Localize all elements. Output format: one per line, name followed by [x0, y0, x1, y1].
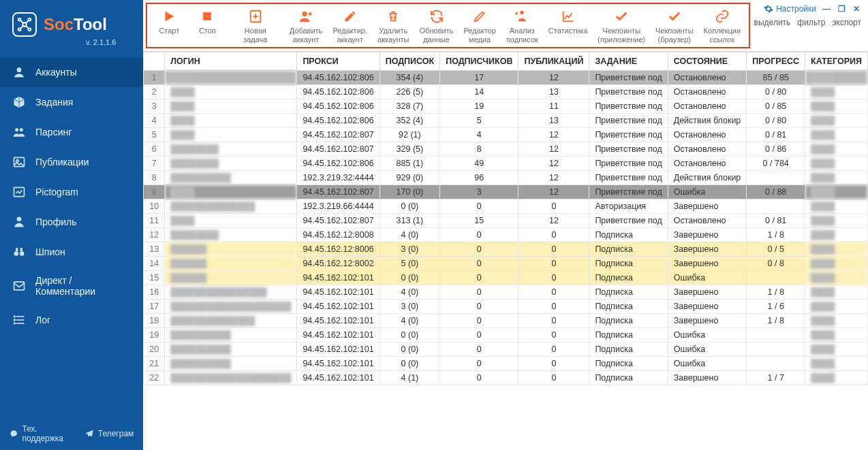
table-row[interactable]: 3████94.45.162.102:806328 (7)1911Приветс…: [144, 99, 868, 114]
close-button[interactable]: ✕: [852, 4, 861, 14]
col-rownum[interactable]: [144, 52, 165, 71]
support-link[interactable]: Тех. поддержка: [10, 424, 75, 443]
sidebar-item-0[interactable]: Аккаунты: [0, 57, 143, 87]
toolbar-label: Новая задача: [232, 27, 279, 44]
cell-pub: 0: [518, 285, 589, 300]
toolbar-edit-button[interactable]: Редактир. аккаунт: [328, 7, 373, 46]
cell-task: Подписка: [589, 371, 668, 385]
grid[interactable]: ЛОГИНПРОКСИПОДПИСОКПОДПИСЧИКОВПУБЛИКАЦИЙ…: [143, 52, 868, 450]
select-link[interactable]: выделить: [754, 18, 791, 27]
sidebar-item-6[interactable]: Шпион: [0, 237, 143, 267]
toolbar-analyze-button[interactable]: Анализ подписок: [501, 7, 543, 46]
toolbar-label: Удалить аккаунты: [377, 27, 409, 44]
sidebar-item-7[interactable]: Директ / Комментарии: [0, 267, 143, 305]
sidebar-item-2[interactable]: Парсинг: [0, 117, 143, 147]
cell-category: ████: [805, 114, 868, 128]
table-row[interactable]: 15██████94.45.162.102:1010 (0)00Подписка…: [144, 271, 868, 285]
cell-progress: [747, 342, 805, 357]
table-row[interactable]: 4████94.45.162.102:806352 (4)513Приветст…: [144, 114, 868, 128]
table-row[interactable]: 22████████████████████94.45.162.102:1014…: [144, 371, 868, 385]
cell-rownum: 17: [144, 300, 165, 314]
col-header-6[interactable]: СОСТОЯНИЕ: [668, 52, 747, 71]
cell-pub: 0: [518, 242, 589, 257]
table-row[interactable]: 11████94.45.162.102:807313 (1)1512Привет…: [144, 214, 868, 228]
toolbar-check-button[interactable]: Чекпоинты (приложение): [593, 7, 651, 46]
telegram-link[interactable]: Телеграм: [84, 424, 134, 443]
col-header-1[interactable]: ПРОКСИ: [297, 52, 379, 71]
cell-task: Приветствие под: [589, 128, 668, 142]
toolbar: СтартСтопНовая задачаДобавить аккаунтРед…: [146, 3, 749, 48]
settings-link[interactable]: Настройки: [764, 4, 816, 14]
cell-state: Завершено: [668, 199, 747, 214]
table-row[interactable]: 14██████94.45.162.12:80025 (0)00Подписка…: [144, 257, 868, 271]
col-header-0[interactable]: ЛОГИН: [165, 52, 297, 71]
app-title: SocTool: [44, 15, 107, 34]
toolbar-link-button[interactable]: Коллекции ссылок: [698, 7, 746, 46]
table-row[interactable]: 2████94.45.162.102:806226 (5)1413Приветс…: [144, 85, 868, 99]
toolbar-stats-button[interactable]: Статистика: [543, 7, 593, 46]
table-row[interactable]: 7████████94.45.162.102:806885 (1)4912При…: [144, 157, 868, 171]
sidebar-item-label: Задания: [35, 97, 73, 108]
toolbar-check-button[interactable]: Чекпоинты (браузер): [651, 7, 698, 46]
cell-category: ████: [805, 142, 868, 157]
table-row[interactable]: 13██████94.45.162.12:80063 (0)00Подписка…: [144, 242, 868, 257]
sidebar-item-3[interactable]: Публикации: [0, 147, 143, 177]
cell-category: ████: [805, 342, 868, 357]
toolbar-add-user-button[interactable]: Добавить аккаунт: [284, 7, 328, 46]
sidebar-item-label: Pictogram: [35, 187, 78, 197]
maximize-button[interactable]: ❐: [837, 4, 846, 14]
accounts-table: ЛОГИНПРОКСИПОДПИСОКПОДПИСЧИКОВПУБЛИКАЦИЙ…: [143, 52, 868, 385]
table-row[interactable]: 16████████████████94.45.162.102:1014 (0)…: [144, 285, 868, 300]
filter-link[interactable]: фильтр: [797, 18, 825, 27]
col-header-2[interactable]: ПОДПИСОК: [379, 52, 439, 71]
add-user-icon: [298, 8, 314, 25]
sidebar-item-5[interactable]: Профиль: [0, 207, 143, 237]
toolbar-play-button[interactable]: Старт: [150, 7, 188, 46]
sidebar-item-1[interactable]: Задания: [0, 87, 143, 117]
cell-login: ████████: [165, 157, 297, 171]
cell-category: ████: [805, 257, 868, 271]
table-row[interactable]: 19██████████94.45.162.102:1010 (0)00Подп…: [144, 328, 868, 342]
table-row[interactable]: 10██████████████192.3.219.66:44440 (0)00…: [144, 199, 868, 214]
cell-progress: 0 / 80: [747, 85, 805, 99]
cell-state: Действия блокир: [668, 171, 747, 185]
sidebar-item-4[interactable]: Pictogram: [0, 177, 143, 207]
cell-pub: 12: [518, 185, 589, 199]
table-row[interactable]: 18██████████████94.45.162.102:1014 (0)00…: [144, 314, 868, 328]
toolbar-new-task-button[interactable]: Новая задача: [226, 7, 284, 46]
col-header-3[interactable]: ПОДПИСЧИКОВ: [440, 52, 518, 71]
cell-task: Приветствие под: [589, 214, 668, 228]
table-row[interactable]: 8██████████192.3.219.32:4444929 (0)9612П…: [144, 171, 868, 185]
cell-progress: 0 / 8: [747, 257, 805, 271]
table-row[interactable]: 20██████████94.45.162.102:1010 (0)00Подп…: [144, 342, 868, 357]
export-link[interactable]: экспорт: [832, 18, 861, 27]
table-row[interactable]: 5████94.45.162.102:80792 (1)412Приветств…: [144, 128, 868, 142]
col-header-7[interactable]: ПРОГРЕСС: [747, 52, 805, 71]
toolbar-pencil-button[interactable]: Редактор медиа: [459, 7, 501, 46]
main: СтартСтопНовая задачаДобавить аккаунтРед…: [143, 0, 868, 450]
table-row[interactable]: 9████94.45.162.102:807170 (0)312Приветст…: [144, 185, 868, 199]
cell-login: ████: [165, 185, 297, 199]
cell-task: Приветствие под: [589, 171, 668, 185]
cell-proxy: 94.45.162.102:101: [297, 285, 379, 300]
table-row[interactable]: 6████████94.45.162.102:807329 (5)812Прив…: [144, 142, 868, 157]
toolbar-refresh-button[interactable]: Обновить данные: [414, 7, 459, 46]
table-row[interactable]: 1████94.45.162.102:806354 (4)1712Приветс…: [144, 71, 868, 85]
cell-category: ████: [805, 199, 868, 214]
toolbar-delete-button[interactable]: Удалить аккаунты: [372, 7, 414, 46]
cell-sub: 3 (0): [379, 300, 439, 314]
settings-label: Настройки: [776, 4, 816, 14]
table-row[interactable]: 12████████94.45.162.12:80084 (0)00Подпис…: [144, 228, 868, 242]
sidebar-item-8[interactable]: Лог: [0, 305, 143, 335]
cell-task: Приветствие под: [589, 71, 668, 85]
toolbar-stop-button[interactable]: Стоп: [188, 7, 226, 46]
col-header-4[interactable]: ПУБЛИКАЦИЙ: [518, 52, 589, 71]
col-header-8[interactable]: КАТЕГОРИЯ: [805, 52, 868, 71]
cell-rownum: 11: [144, 214, 165, 228]
cell-state: Ошибка: [668, 357, 747, 371]
table-row[interactable]: 21██████████94.45.162.102:1010 (0)00Подп…: [144, 357, 868, 371]
toolbar-label: Чекпоинты (приложение): [598, 27, 645, 44]
minimize-button[interactable]: —: [822, 4, 831, 14]
table-row[interactable]: 17████████████████████94.45.162.102:1013…: [144, 300, 868, 314]
col-header-5[interactable]: ЗАДАНИЕ: [589, 52, 668, 71]
